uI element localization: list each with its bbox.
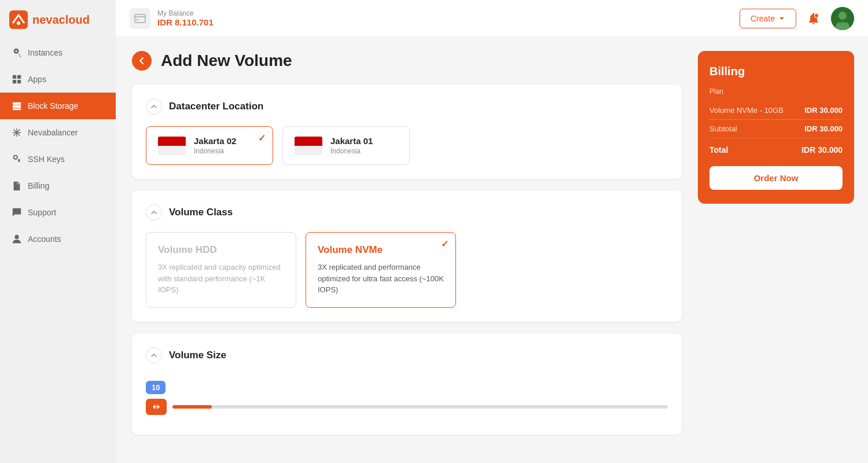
slider-fill <box>172 405 212 409</box>
arrow-left-icon <box>137 56 146 65</box>
svg-rect-3 <box>13 75 16 79</box>
logo-text: nevacloud <box>32 13 90 27</box>
datacenter-toggle[interactable] <box>146 98 162 115</box>
ssh-key-icon <box>12 154 22 164</box>
chevron-up-icon-2 <box>150 209 157 216</box>
dc-country-jakarta01: Indonesia <box>330 147 373 155</box>
sidebar-item-instances[interactable]: Instances <box>0 39 116 66</box>
billing-plan-price: IDR 30.000 <box>804 106 843 115</box>
chevron-up-icon <box>150 103 157 110</box>
sidebar-label-nevabalancer: Nevabalancer <box>28 128 78 137</box>
sidebar-item-support[interactable]: Support <box>0 199 116 226</box>
billing-subtotal-label: Subtotal <box>709 124 737 133</box>
slider-value-badge: 10 <box>146 381 165 394</box>
dc-country-jakarta02: Indonesia <box>194 147 236 155</box>
svg-rect-6 <box>17 80 21 83</box>
svg-rect-8 <box>13 105 21 108</box>
dc-name-jakarta02: Jakarta 02 <box>194 136 236 146</box>
vol-check-nvme: ✓ <box>441 238 448 249</box>
sidebar-item-apps[interactable]: Apps <box>0 66 116 93</box>
notifications-button[interactable] <box>803 8 824 29</box>
balance-label: My Balance <box>157 9 214 17</box>
balance-amount: IDR 8.110.701 <box>157 17 214 27</box>
storage-icon <box>12 101 22 111</box>
svg-rect-5 <box>13 80 16 83</box>
header: My Balance IDR 8.110.701 Create <box>116 0 868 37</box>
billing-subtotal-value: IDR 30.000 <box>804 124 843 133</box>
volume-size-section: Volume Size 10 <box>132 333 682 435</box>
slider-track[interactable] <box>172 405 668 409</box>
vol-card-nvme[interactable]: ✓ Volume NVMe 3X replicated and performa… <box>306 232 456 308</box>
sidebar-label-block-storage: Block Storage <box>28 101 78 111</box>
bell-icon <box>807 12 821 25</box>
user-avatar[interactable] <box>831 7 854 30</box>
page-body: Add New Volume Datacenter Location <box>116 37 868 463</box>
back-button[interactable] <box>132 51 152 71</box>
volume-class-toggle[interactable] <box>146 204 162 221</box>
svg-rect-4 <box>17 75 21 79</box>
datacenter-title: Datacenter Location <box>169 101 263 112</box>
chat-icon <box>12 207 22 218</box>
billing-total-row: Total IDR 30.000 <box>709 138 843 164</box>
volume-class-section: Volume Class Volume HDD 3X replicated an… <box>132 190 682 322</box>
vol-desc-nvme: 3X replicated and performance optimized … <box>318 262 444 296</box>
create-button[interactable]: Create <box>740 9 796 28</box>
svg-rect-7 <box>13 102 21 105</box>
svg-rect-15 <box>135 14 145 23</box>
page-header: Add New Volume <box>132 51 682 71</box>
flag-indonesia-1 <box>158 137 186 155</box>
dc-card-jakarta01[interactable]: Jakarta 01 Indonesia <box>282 126 410 165</box>
datacenter-header: Datacenter Location <box>146 98 668 115</box>
datacenter-section: Datacenter Location Jakarta 02 Indonesia <box>132 84 682 179</box>
slider-handle[interactable] <box>146 399 167 415</box>
sidebar-nav: Instances Apps Block Storage <box>0 39 116 463</box>
chevron-down-icon <box>778 15 785 22</box>
vol-card-hdd[interactable]: Volume HDD 3X replicated and capacity op… <box>146 232 296 308</box>
sidebar-label-instances: Instances <box>28 48 62 57</box>
resize-icon <box>152 402 161 411</box>
volume-size-header: Volume Size <box>146 347 668 363</box>
volume-size-title: Volume Size <box>169 350 226 361</box>
volume-class-cards: Volume HDD 3X replicated and capacity op… <box>146 232 668 308</box>
billing-plan-label: Plan <box>709 87 843 95</box>
billing-panel: Billing Plan Volume NVMe - 10GB IDR 30.0… <box>698 51 854 204</box>
volume-class-title: Volume Class <box>169 207 233 218</box>
main-content: My Balance IDR 8.110.701 Create <box>116 0 868 463</box>
dc-check-jakarta02: ✓ <box>258 133 266 144</box>
billing-total-label: Total <box>709 145 728 155</box>
chevron-up-icon-3 <box>150 352 157 359</box>
billing-subtotal-row: Subtotal IDR 30.000 <box>709 120 843 138</box>
sidebar-label-support: Support <box>28 208 56 217</box>
sidebar-label-billing: Billing <box>28 181 49 190</box>
file-icon <box>12 181 22 191</box>
svg-point-2 <box>15 50 18 53</box>
volume-size-toggle[interactable] <box>146 347 162 363</box>
order-now-button[interactable]: Order Now <box>709 166 843 190</box>
vol-desc-hdd: 3X replicated and capacity optimized wit… <box>158 262 284 296</box>
balance-section: My Balance IDR 8.110.701 <box>130 8 214 29</box>
content-area: Add New Volume Datacenter Location <box>116 37 698 463</box>
sidebar-item-accounts[interactable]: Accounts <box>0 226 116 252</box>
flag-indonesia-2 <box>295 137 322 155</box>
sidebar-item-ssh-keys[interactable]: SSH Keys <box>0 146 116 172</box>
svg-rect-0 <box>9 10 28 29</box>
person-icon <box>12 234 22 244</box>
slider-wrapper <box>146 399 668 415</box>
svg-point-16 <box>137 19 138 20</box>
svg-point-14 <box>14 235 19 239</box>
sidebar: nevacloud Instances Apps <box>0 0 116 463</box>
grid-icon <box>12 74 22 84</box>
sidebar-item-nevabalancer[interactable]: Nevabalancer <box>0 119 116 146</box>
sidebar-label-accounts: Accounts <box>28 234 61 244</box>
dc-name-jakarta01: Jakarta 01 <box>330 136 373 146</box>
billing-plan-name: Volume NVMe - 10GB <box>709 106 784 115</box>
billing-total-value: IDR 30.000 <box>801 145 843 155</box>
snowflake-icon <box>12 127 22 138</box>
sidebar-item-block-storage[interactable]: Block Storage <box>0 93 116 119</box>
dc-card-jakarta02[interactable]: Jakarta 02 Indonesia ✓ <box>146 126 273 165</box>
svg-rect-9 <box>13 109 21 111</box>
logo[interactable]: nevacloud <box>0 0 116 39</box>
sidebar-label-ssh-keys: SSH Keys <box>28 155 65 164</box>
svg-point-20 <box>838 12 847 20</box>
sidebar-item-billing[interactable]: Billing <box>0 172 116 199</box>
